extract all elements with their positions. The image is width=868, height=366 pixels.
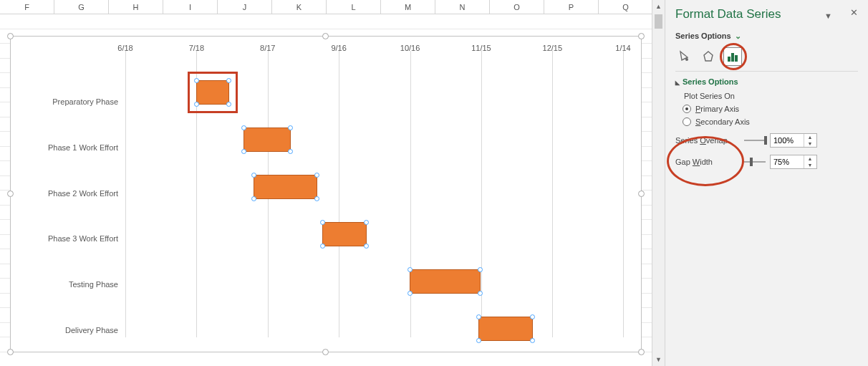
vertical-scrollbar[interactable]: ▲ ▼: [652, 0, 665, 366]
pane-dropdown[interactable]: Series Options ⌄: [675, 32, 858, 41]
gap-width-spinner[interactable]: ▲▼: [770, 155, 817, 169]
chart-y-axis[interactable]: Preparatory Phase Phase 1 Work Effort Ph…: [18, 62, 118, 339]
data-bar[interactable]: [243, 127, 291, 152]
svg-point-0: [685, 58, 688, 61]
series-options-group-header[interactable]: Series Options: [675, 77, 858, 86]
col-header[interactable]: G: [54, 0, 109, 14]
svg-marker-1: [704, 52, 713, 61]
spreadsheet-column-headers: F G H I J K L M N O P Q: [0, 0, 652, 14]
spinner-up-icon[interactable]: ▲: [804, 155, 816, 162]
gantt-chart-object[interactable]: 6/18 7/18 8/17 9/16 10/16 11/15 12/15 1/…: [10, 36, 642, 352]
effects-tab-icon[interactable]: [700, 48, 717, 65]
spinner-down-icon[interactable]: ▼: [804, 140, 816, 147]
fill-and-line-tab-icon[interactable]: [675, 48, 693, 65]
col-header[interactable]: K: [272, 0, 327, 14]
plot-series-on-label: Plot Series On: [684, 92, 858, 100]
close-icon[interactable]: ✕: [850, 7, 858, 18]
primary-axis-radio[interactable]: Primary Axis: [683, 105, 858, 113]
col-header[interactable]: L: [327, 0, 381, 14]
scroll-down-arrow-icon[interactable]: ▼: [652, 353, 665, 366]
series-overlap-input[interactable]: [771, 134, 804, 147]
y-category-label: Phase 2 Work Effort: [48, 189, 118, 198]
y-category-label: Phase 1 Work Effort: [48, 143, 118, 152]
radio-dot-icon: [683, 105, 691, 113]
gap-width-row: Gap Width ▲▼: [675, 155, 858, 169]
gap-width-slider[interactable]: [744, 161, 766, 163]
secondary-axis-radio[interactable]: Secondary Axis: [683, 117, 858, 126]
radio-dot-icon: [683, 117, 691, 126]
col-header[interactable]: H: [109, 0, 163, 14]
chevron-down-icon: ⌄: [735, 32, 741, 40]
series-overlap-spinner[interactable]: ▲▼: [770, 133, 817, 148]
data-bar[interactable]: [410, 269, 481, 294]
series-overlap-slider[interactable]: [744, 140, 766, 141]
radio-label: Secondary Axis: [695, 117, 750, 126]
radio-label: Primary Axis: [695, 105, 739, 113]
data-bar[interactable]: [478, 317, 533, 341]
col-header[interactable]: Q: [599, 0, 653, 14]
col-header[interactable]: M: [381, 0, 435, 14]
spinner-down-icon[interactable]: ▼: [804, 162, 816, 168]
y-category-label: Phase 3 Work Effort: [48, 234, 118, 243]
col-header[interactable]: I: [163, 0, 218, 14]
col-header[interactable]: P: [544, 0, 599, 14]
spinner-up-icon[interactable]: ▲: [804, 134, 816, 140]
data-bar[interactable]: [196, 80, 229, 105]
col-header[interactable]: O: [490, 0, 544, 14]
col-header[interactable]: J: [218, 0, 272, 14]
y-category-label: Preparatory Phase: [52, 97, 118, 106]
scroll-up-arrow-icon[interactable]: ▲: [652, 0, 665, 13]
col-header[interactable]: N: [435, 0, 490, 14]
chart-plot-area[interactable]: [125, 51, 623, 337]
format-data-series-pane: Format Data Series ▼ ✕ Series Options ⌄ …: [665, 0, 868, 366]
annotation-red-circle: [720, 43, 747, 70]
pane-tab-icons: [675, 48, 858, 65]
gap-width-input[interactable]: [771, 155, 804, 168]
pane-dropdown-label: Series Options: [675, 32, 731, 40]
data-bar[interactable]: [322, 222, 367, 246]
scroll-thumb[interactable]: [655, 14, 662, 29]
pane-menu-button[interactable]: ▼: [824, 11, 832, 20]
y-category-label: Delivery Phase: [65, 326, 118, 334]
annotation-red-circle: [667, 136, 744, 186]
y-category-label: Testing Phase: [69, 280, 118, 289]
col-header[interactable]: F: [0, 0, 54, 14]
data-bar[interactable]: [254, 175, 317, 199]
